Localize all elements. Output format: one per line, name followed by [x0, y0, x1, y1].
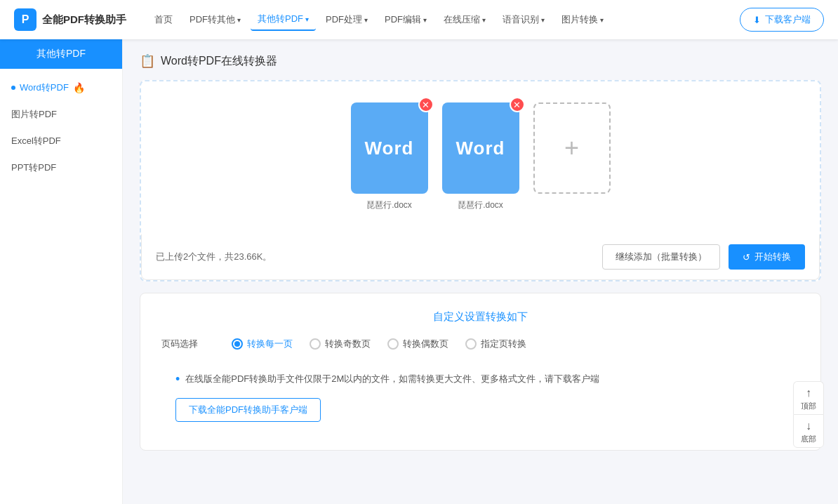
- start-convert-button[interactable]: ↺ 开始转换: [729, 244, 805, 270]
- radio-circle-odd: [310, 338, 321, 350]
- settings-row-page: 页码选择 转换每一页 转换奇数页 转换偶数页: [161, 338, 799, 350]
- continue-add-button[interactable]: 继续添加（批量转换）: [602, 244, 720, 270]
- sidebar-item-word-to-pdf[interactable]: Word转PDF 🔥: [0, 74, 122, 101]
- radio-circle-specified: [465, 338, 477, 350]
- top-label: 顶部: [801, 401, 816, 411]
- arrow-up-icon: ↑: [806, 387, 811, 399]
- upload-info: 已上传2个文件，共23.66K。: [156, 251, 272, 263]
- main-content: 📋 Word转PDF在线转换器 ✕ Word 琵琶行.docx: [123, 39, 838, 504]
- sidebar: 其他转PDF Word转PDF 🔥 图片转PDF Excel转PDF PPT转P…: [0, 39, 123, 504]
- file-name-2: 琵琶行.docx: [458, 199, 503, 211]
- sidebar-menu: Word转PDF 🔥 图片转PDF Excel转PDF PPT转PDF: [0, 69, 122, 187]
- settings-title: 自定义设置转换如下: [161, 310, 799, 324]
- upload-outer: ✕ Word 琵琶行.docx ✕ Word 琵琶行.docx: [140, 80, 821, 281]
- radio-even-page[interactable]: 转换偶数页: [387, 338, 448, 350]
- header: P 全能PDF转换助手 首页 PDF转其他 ▾ 其他转PDF ▾ PDF处理 ▾…: [0, 0, 838, 39]
- upload-content: ✕ Word 琵琶行.docx ✕ Word 琵琶行.docx: [141, 81, 820, 236]
- add-more-button[interactable]: +: [533, 102, 611, 194]
- refresh-icon: ↺: [743, 252, 750, 263]
- document-icon: 📋: [140, 53, 155, 69]
- logo: P 全能PDF转换助手: [14, 8, 126, 31]
- chevron-down-icon: ▾: [364, 16, 368, 24]
- radio-group-page: 转换每一页 转换奇数页 转换偶数页 指定页转换: [232, 338, 526, 350]
- arrow-down-icon: ↓: [806, 420, 811, 432]
- file-item-1: ✕ Word 琵琶行.docx: [351, 102, 428, 211]
- radio-every-page[interactable]: 转换每一页: [232, 338, 293, 350]
- logo-text: 全能PDF转换助手: [42, 13, 126, 27]
- file-list: ✕ Word 琵琶行.docx ✕ Word 琵琶行.docx: [155, 102, 806, 211]
- chevron-down-icon: ▾: [237, 16, 241, 24]
- notice-area: • 在线版全能PDF转换助手文件仅限于2M以内的文件，如需转换更大文件、更多格式…: [161, 362, 799, 433]
- upload-bottom-bar: 已上传2个文件，共23.66K。 继续添加（批量转换） ↺ 开始转换: [141, 234, 820, 280]
- sidebar-item-image-to-pdf[interactable]: 图片转PDF: [0, 101, 122, 128]
- file-word-label-2: Word: [456, 138, 505, 159]
- file-card-1[interactable]: ✕ Word: [351, 102, 428, 194]
- chevron-down-icon: ▾: [423, 16, 427, 24]
- chevron-down-icon: ▾: [305, 15, 309, 23]
- radio-circle-every: [232, 338, 243, 350]
- bottom-label: 底部: [801, 434, 816, 444]
- page-title-bar: 📋 Word转PDF在线转换器: [140, 53, 821, 69]
- remove-file-2-button[interactable]: ✕: [510, 97, 525, 112]
- nav-pdf-process[interactable]: PDF处理 ▾: [319, 9, 375, 30]
- nav-home[interactable]: 首页: [147, 9, 180, 30]
- download-client-header-button[interactable]: ⬇ 下载客户端: [740, 8, 824, 32]
- radio-specified-page[interactable]: 指定页转换: [465, 338, 526, 350]
- active-dot: [11, 86, 15, 90]
- nav-pdf-to-other[interactable]: PDF转其他 ▾: [182, 9, 248, 30]
- chevron-down-icon: ▾: [482, 16, 486, 24]
- settings-panel: 自定义设置转换如下 页码选择 转换每一页 转换奇数页 转换偶数页: [140, 293, 821, 451]
- nav-voice[interactable]: 语音识别 ▾: [496, 9, 552, 30]
- page-select-label: 页码选择: [161, 338, 211, 350]
- sidebar-title: 其他转PDF: [0, 39, 122, 69]
- download-icon: ⬇: [753, 15, 761, 25]
- bullet-dot: •: [175, 373, 180, 385]
- file-word-label-1: Word: [365, 138, 414, 159]
- nav-compress[interactable]: 在线压缩 ▾: [437, 9, 493, 30]
- download-client-notice-button[interactable]: 下载全能PDF转换助手客户端: [175, 398, 321, 422]
- layout: 其他转PDF Word转PDF 🔥 图片转PDF Excel转PDF PPT转P…: [0, 39, 838, 504]
- chevron-down-icon: ▾: [600, 16, 604, 24]
- logo-icon: P: [14, 8, 36, 31]
- notice-text: 在线版全能PDF转换助手文件仅限于2M以内的文件，如需转换更大文件、更多格式文件…: [185, 373, 599, 385]
- radio-odd-page[interactable]: 转换奇数页: [310, 338, 371, 350]
- chevron-down-icon: ▾: [541, 16, 545, 24]
- scroll-buttons: ↑ 顶部 ↓ 底部: [793, 381, 824, 448]
- sidebar-item-ppt-to-pdf[interactable]: PPT转PDF: [0, 154, 122, 181]
- radio-circle-even: [387, 338, 399, 350]
- nav-image-convert[interactable]: 图片转换 ▾: [554, 9, 611, 30]
- nav-pdf-edit[interactable]: PDF编辑 ▾: [378, 9, 434, 30]
- scroll-to-top-button[interactable]: ↑ 顶部: [793, 381, 824, 414]
- file-item-2: ✕ Word 琵琶行.docx: [442, 102, 519, 211]
- notice-item: • 在线版全能PDF转换助手文件仅限于2M以内的文件，如需转换更大文件、更多格式…: [175, 373, 785, 385]
- main-nav: 首页 PDF转其他 ▾ 其他转PDF ▾ PDF处理 ▾ PDF编辑 ▾ 在线压…: [147, 8, 740, 31]
- upload-actions: 继续添加（批量转换） ↺ 开始转换: [602, 244, 805, 270]
- fire-icon: 🔥: [73, 82, 85, 93]
- file-card-2[interactable]: ✕ Word: [442, 102, 519, 194]
- scroll-to-bottom-button[interactable]: ↓ 底部: [793, 414, 824, 448]
- remove-file-1-button[interactable]: ✕: [418, 97, 434, 112]
- nav-other-to-pdf[interactable]: 其他转PDF ▾: [251, 8, 316, 31]
- page-title: Word转PDF在线转换器: [161, 54, 277, 69]
- sidebar-item-excel-to-pdf[interactable]: Excel转PDF: [0, 128, 122, 154]
- file-name-1: 琵琶行.docx: [366, 199, 412, 211]
